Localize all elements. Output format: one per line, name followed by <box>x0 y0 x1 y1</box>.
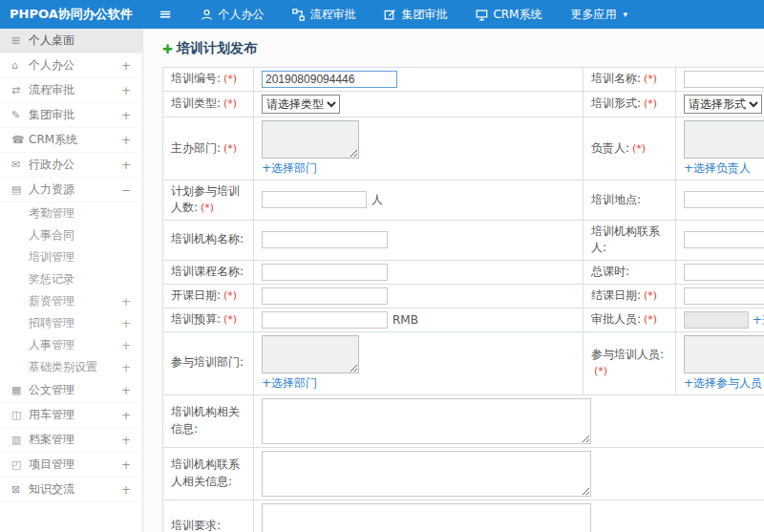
expand-icon: + <box>121 483 131 497</box>
select-leader-link[interactable]: +选择负责人 <box>684 160 751 177</box>
topnav-more-apps[interactable]: 更多应用 ▾ <box>556 0 642 29</box>
expand-icon: + <box>121 295 131 309</box>
sidebar-subitem-reward-punishment[interactable]: 奖惩记录 <box>0 268 142 290</box>
org-info-textarea[interactable] <box>262 398 591 444</box>
join-person-textarea[interactable] <box>684 335 764 373</box>
sidebar-subitem-base-category[interactable]: 基础类别设置 + <box>0 356 142 378</box>
training-place-input[interactable] <box>684 191 764 208</box>
sidebar: ⊞ 个人桌面 ⌂ 个人办公 + ⇄ 流程审批 + ✎ 集团审批 + ☎ CRM系… <box>0 29 143 532</box>
topnav-label: 流程审批 <box>309 7 355 23</box>
field-label: 培训机构名称: <box>163 220 254 260</box>
sidebar-item-group-approval[interactable]: ✎ 集团审批 + <box>0 103 142 128</box>
app-logo: PHPOA协同办公软件 <box>0 6 143 23</box>
training-type-select[interactable]: 请选择类型 <box>262 95 340 114</box>
start-date-input[interactable] <box>262 287 388 305</box>
field-label: 审批人员:(*) <box>584 308 676 331</box>
top-navigation: 个人办公 流程审批 集团审批 CRM系统 更多应用 ▾ <box>186 0 642 29</box>
required-marker: (*) <box>644 97 657 110</box>
sidebar-item-personal-desktop[interactable]: ⊞ 个人桌面 <box>0 29 142 53</box>
topnav-process-approval[interactable]: 流程审批 <box>278 0 370 29</box>
select-join-dept-link[interactable]: +选择部门 <box>262 375 317 392</box>
field-label: 参与培训人员:(*) <box>584 331 676 394</box>
sidebar-item-document[interactable]: ▦ 公文管理 + <box>0 378 142 403</box>
participant-count-input[interactable] <box>262 191 367 208</box>
approver-input[interactable] <box>684 311 749 329</box>
requirement-textarea[interactable] <box>262 503 591 532</box>
sidebar-subitem-recruitment[interactable]: 招聘管理 + <box>0 312 142 334</box>
form-row: 主办部门:(*) +选择部门 负责人:(*) +选择负责人 <box>163 117 764 181</box>
sidebar-item-archive[interactable]: ▥ 档案管理 + <box>0 428 142 453</box>
form-row: 培训机构相关信息: <box>163 394 764 447</box>
join-dept-textarea[interactable] <box>262 335 359 373</box>
leader-textarea[interactable] <box>684 120 764 159</box>
org-name-input[interactable] <box>262 231 388 248</box>
field-label: 总课时: <box>584 260 676 284</box>
expand-icon: + <box>121 159 131 172</box>
main-content: ✚ 培训计划发布 培训编号:(*) 培训名称:(*) 培训类型:(*) 请选择类… <box>143 29 764 532</box>
select-approver-link[interactable]: +选择审批人员 <box>753 313 764 327</box>
host-dept-textarea[interactable] <box>262 120 359 159</box>
expand-icon: + <box>121 409 131 422</box>
org-contact-info-textarea[interactable] <box>262 451 591 497</box>
total-hours-input[interactable] <box>684 264 764 281</box>
add-icon: ✚ <box>162 42 173 56</box>
course-name-input[interactable] <box>262 264 388 281</box>
training-mode-select[interactable]: 请选择形式 <box>684 95 762 114</box>
field-label: 培训课程名称: <box>163 260 254 284</box>
form-row: 培训预算:(*) RMB 审批人员:(*) +选择审批人员 <box>163 308 764 331</box>
sidebar-subitem-personnel-contract[interactable]: 人事合同 <box>0 224 142 246</box>
field-label: 培训形式:(*) <box>584 92 676 117</box>
topnav-crm[interactable]: CRM系统 <box>461 0 556 29</box>
sidebar-item-personal-office[interactable]: ⌂ 个人办公 + <box>0 53 142 78</box>
count-unit: 人 <box>371 193 383 206</box>
required-marker: (*) <box>223 313 237 326</box>
org-contact-input[interactable] <box>684 231 764 248</box>
sidebar-subitem-personnel[interactable]: 人事管理 + <box>0 334 142 356</box>
sidebar-item-vehicle[interactable]: ◫ 用车管理 + <box>0 403 142 428</box>
sidebar-subitem-salary[interactable]: 薪资管理 + <box>0 290 142 312</box>
required-marker: (*) <box>644 289 657 302</box>
page-title: ✚ 培训计划发布 <box>162 40 764 57</box>
topnav-personal-office[interactable]: 个人办公 <box>186 0 278 29</box>
topnav-group-approval[interactable]: 集团审批 <box>370 0 461 29</box>
expand-icon: + <box>121 317 131 330</box>
select-join-person-link[interactable]: +选择参与人员 <box>684 375 762 392</box>
vehicle-icon: ◫ <box>11 409 29 421</box>
field-label: 培训预算:(*) <box>163 308 254 331</box>
training-plan-form: 培训编号:(*) 培训名称:(*) 培训类型:(*) 请选择类型 培训形式:(*… <box>162 67 764 532</box>
document-icon: ▦ <box>11 384 29 396</box>
form-row: 培训要求: <box>163 500 764 532</box>
field-label: 培训地点: <box>584 181 676 221</box>
sidebar-subitem-training[interactable]: 培训管理 <box>0 246 142 268</box>
sidebar-item-process-approval[interactable]: ⇄ 流程审批 + <box>0 78 142 103</box>
sidebar-item-admin-office[interactable]: ✉ 行政办公 + <box>0 153 142 178</box>
topnav-label: 个人办公 <box>218 7 264 23</box>
topnav-label: 更多应用 <box>570 7 616 23</box>
page-title-text: 培训计划发布 <box>177 40 257 57</box>
flow-icon <box>292 9 305 21</box>
training-name-input[interactable] <box>684 71 764 88</box>
select-dept-link[interactable]: +选择部门 <box>262 160 317 177</box>
end-date-input[interactable] <box>684 287 764 305</box>
menu-toggle-icon[interactable]: ≡ <box>143 0 186 29</box>
collapse-icon: − <box>121 183 131 197</box>
expand-icon: + <box>121 84 131 97</box>
sidebar-item-knowledge[interactable]: ⊠ 知识交流 + <box>0 478 142 502</box>
required-marker: (*) <box>594 365 607 377</box>
edit-icon: ✎ <box>11 109 29 121</box>
form-row: 参与培训部门: +选择部门 参与培训人员:(*) +选择参与人员 <box>163 331 764 394</box>
monitor-icon <box>476 9 488 21</box>
archive-icon: ▥ <box>11 434 29 446</box>
form-row: 培训课程名称: 总课时: <box>163 260 764 284</box>
sidebar-item-hr[interactable]: ▤ 人力资源 − <box>0 178 142 202</box>
field-label: 培训编号:(*) <box>163 68 254 92</box>
form-row: 培训机构名称: 培训机构联系人: <box>163 220 764 260</box>
budget-input[interactable] <box>262 311 388 329</box>
sidebar-item-project[interactable]: ◰ 项目管理 + <box>0 453 142 478</box>
field-label: 培训名称:(*) <box>584 68 676 92</box>
training-no-input[interactable] <box>262 71 397 88</box>
topnav-label: 集团审批 <box>401 7 447 23</box>
sidebar-item-crm[interactable]: ☎ CRM系统 + <box>0 128 142 153</box>
expand-icon: + <box>121 434 131 447</box>
sidebar-subitem-attendance[interactable]: 考勤管理 <box>0 202 142 224</box>
